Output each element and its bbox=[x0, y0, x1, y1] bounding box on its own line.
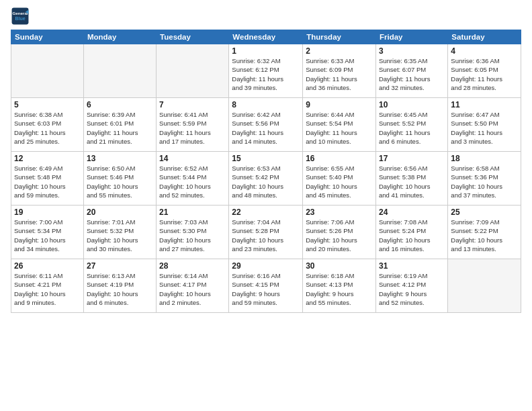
day-number: 18 bbox=[451, 154, 518, 163]
calendar-day-2: 2Sunrise: 6:33 AM Sunset: 6:09 PM Daylig… bbox=[303, 44, 376, 98]
calendar-day-10: 10Sunrise: 6:45 AM Sunset: 5:52 PM Dayli… bbox=[375, 98, 447, 152]
day-info: Sunrise: 6:44 AM Sunset: 5:54 PM Dayligh… bbox=[306, 110, 373, 146]
day-info: Sunrise: 6:55 AM Sunset: 5:40 PM Dayligh… bbox=[306, 164, 373, 199]
calendar-day-20: 20Sunrise: 7:01 AM Sunset: 5:32 PM Dayli… bbox=[83, 205, 156, 259]
day-info: Sunrise: 7:01 AM Sunset: 5:32 PM Dayligh… bbox=[87, 218, 153, 253]
day-number: 6 bbox=[87, 100, 153, 109]
calendar-day-empty bbox=[11, 44, 84, 98]
weekday-header-thursday: Thursday bbox=[303, 30, 376, 44]
day-info: Sunrise: 6:52 AM Sunset: 5:44 PM Dayligh… bbox=[159, 164, 226, 199]
logo: General Blue bbox=[11, 7, 32, 26]
day-number: 5 bbox=[14, 100, 81, 109]
calendar-week-row: 1Sunrise: 6:32 AM Sunset: 6:12 PM Daylig… bbox=[11, 44, 521, 98]
day-number: 2 bbox=[306, 46, 373, 56]
day-number: 25 bbox=[451, 208, 518, 217]
calendar-day-29: 29Sunrise: 6:16 AM Sunset: 4:15 PM Dayli… bbox=[229, 259, 303, 313]
day-info: Sunrise: 6:45 AM Sunset: 5:52 PM Dayligh… bbox=[379, 110, 445, 146]
day-info: Sunrise: 7:06 AM Sunset: 5:26 PM Dayligh… bbox=[306, 218, 373, 253]
day-info: Sunrise: 6:56 AM Sunset: 5:38 PM Dayligh… bbox=[379, 164, 445, 199]
weekday-header-row: SundayMondayTuesdayWednesdayThursdayFrid… bbox=[11, 30, 521, 44]
day-number: 27 bbox=[87, 261, 153, 271]
day-info: Sunrise: 6:11 AM Sunset: 4:21 PM Dayligh… bbox=[14, 271, 81, 307]
calendar-day-28: 28Sunrise: 6:14 AM Sunset: 4:17 PM Dayli… bbox=[157, 259, 229, 313]
day-info: Sunrise: 6:32 AM Sunset: 6:12 PM Dayligh… bbox=[232, 56, 300, 92]
day-info: Sunrise: 7:09 AM Sunset: 5:22 PM Dayligh… bbox=[451, 218, 518, 253]
day-info: Sunrise: 7:00 AM Sunset: 5:34 PM Dayligh… bbox=[14, 218, 81, 253]
calendar-day-3: 3Sunrise: 6:35 AM Sunset: 6:07 PM Daylig… bbox=[375, 44, 447, 98]
day-info: Sunrise: 6:53 AM Sunset: 5:42 PM Dayligh… bbox=[232, 164, 300, 199]
calendar-day-21: 21Sunrise: 7:03 AM Sunset: 5:30 PM Dayli… bbox=[157, 205, 229, 259]
weekday-header-sunday: Sunday bbox=[11, 30, 84, 44]
day-info: Sunrise: 6:13 AM Sunset: 4:19 PM Dayligh… bbox=[87, 271, 153, 307]
calendar-day-22: 22Sunrise: 7:04 AM Sunset: 5:28 PM Dayli… bbox=[229, 205, 303, 259]
calendar-day-4: 4Sunrise: 6:36 AM Sunset: 6:05 PM Daylig… bbox=[448, 44, 521, 98]
day-info: Sunrise: 6:19 AM Sunset: 4:12 PM Dayligh… bbox=[379, 271, 445, 307]
day-info: Sunrise: 6:41 AM Sunset: 5:59 PM Dayligh… bbox=[159, 110, 226, 146]
svg-text:Blue: Blue bbox=[15, 16, 25, 21]
header: General Blue bbox=[11, 7, 521, 26]
day-number: 26 bbox=[14, 261, 81, 271]
day-number: 4 bbox=[451, 46, 518, 56]
day-info: Sunrise: 6:58 AM Sunset: 5:36 PM Dayligh… bbox=[451, 164, 518, 199]
day-info: Sunrise: 6:18 AM Sunset: 4:13 PM Dayligh… bbox=[306, 271, 373, 307]
day-number: 29 bbox=[232, 261, 300, 271]
day-number: 1 bbox=[232, 46, 300, 56]
calendar-week-row: 26Sunrise: 6:11 AM Sunset: 4:21 PM Dayli… bbox=[11, 259, 521, 313]
calendar-day-empty bbox=[448, 259, 521, 313]
calendar-day-1: 1Sunrise: 6:32 AM Sunset: 6:12 PM Daylig… bbox=[229, 44, 303, 98]
day-info: Sunrise: 6:49 AM Sunset: 5:48 PM Dayligh… bbox=[14, 164, 81, 199]
weekday-header-friday: Friday bbox=[375, 30, 447, 44]
day-number: 10 bbox=[379, 100, 445, 109]
day-number: 22 bbox=[232, 208, 300, 217]
calendar-day-9: 9Sunrise: 6:44 AM Sunset: 5:54 PM Daylig… bbox=[303, 98, 376, 152]
day-number: 17 bbox=[379, 154, 445, 163]
calendar-day-12: 12Sunrise: 6:49 AM Sunset: 5:48 PM Dayli… bbox=[11, 152, 84, 205]
day-info: Sunrise: 6:42 AM Sunset: 5:56 PM Dayligh… bbox=[232, 110, 300, 146]
day-number: 13 bbox=[87, 154, 153, 163]
day-number: 24 bbox=[379, 208, 445, 217]
calendar-day-26: 26Sunrise: 6:11 AM Sunset: 4:21 PM Dayli… bbox=[11, 259, 84, 313]
day-number: 23 bbox=[306, 208, 373, 217]
calendar-week-row: 19Sunrise: 7:00 AM Sunset: 5:34 PM Dayli… bbox=[11, 205, 521, 259]
calendar-day-17: 17Sunrise: 6:56 AM Sunset: 5:38 PM Dayli… bbox=[375, 152, 447, 205]
day-number: 7 bbox=[159, 100, 226, 109]
day-info: Sunrise: 7:03 AM Sunset: 5:30 PM Dayligh… bbox=[159, 218, 226, 253]
calendar-day-30: 30Sunrise: 6:18 AM Sunset: 4:13 PM Dayli… bbox=[303, 259, 376, 313]
day-info: Sunrise: 6:50 AM Sunset: 5:46 PM Dayligh… bbox=[87, 164, 153, 199]
calendar-table: SundayMondayTuesdayWednesdayThursdayFrid… bbox=[11, 30, 521, 313]
day-info: Sunrise: 7:04 AM Sunset: 5:28 PM Dayligh… bbox=[232, 218, 300, 253]
calendar-day-11: 11Sunrise: 6:47 AM Sunset: 5:50 PM Dayli… bbox=[448, 98, 521, 152]
day-number: 30 bbox=[306, 261, 373, 271]
day-number: 11 bbox=[451, 100, 518, 109]
day-info: Sunrise: 6:14 AM Sunset: 4:17 PM Dayligh… bbox=[159, 271, 226, 307]
day-number: 31 bbox=[379, 261, 445, 271]
day-number: 3 bbox=[379, 46, 445, 56]
calendar-week-row: 12Sunrise: 6:49 AM Sunset: 5:48 PM Dayli… bbox=[11, 152, 521, 205]
day-number: 16 bbox=[306, 154, 373, 163]
calendar-day-13: 13Sunrise: 6:50 AM Sunset: 5:46 PM Dayli… bbox=[83, 152, 156, 205]
day-info: Sunrise: 7:08 AM Sunset: 5:24 PM Dayligh… bbox=[379, 218, 445, 253]
calendar-day-empty bbox=[157, 44, 229, 98]
calendar-day-25: 25Sunrise: 7:09 AM Sunset: 5:22 PM Dayli… bbox=[448, 205, 521, 259]
day-number: 12 bbox=[14, 154, 81, 163]
day-info: Sunrise: 6:33 AM Sunset: 6:09 PM Dayligh… bbox=[306, 56, 373, 92]
day-info: Sunrise: 6:36 AM Sunset: 6:05 PM Dayligh… bbox=[451, 56, 518, 92]
day-number: 21 bbox=[159, 208, 226, 217]
calendar-day-24: 24Sunrise: 7:08 AM Sunset: 5:24 PM Dayli… bbox=[375, 205, 447, 259]
day-number: 15 bbox=[232, 154, 300, 163]
weekday-header-monday: Monday bbox=[83, 30, 156, 44]
day-info: Sunrise: 6:47 AM Sunset: 5:50 PM Dayligh… bbox=[451, 110, 518, 146]
calendar-day-8: 8Sunrise: 6:42 AM Sunset: 5:56 PM Daylig… bbox=[229, 98, 303, 152]
day-number: 8 bbox=[232, 100, 300, 109]
calendar-day-19: 19Sunrise: 7:00 AM Sunset: 5:34 PM Dayli… bbox=[11, 205, 84, 259]
calendar-day-6: 6Sunrise: 6:39 AM Sunset: 6:01 PM Daylig… bbox=[83, 98, 156, 152]
day-number: 9 bbox=[306, 100, 373, 109]
calendar-day-16: 16Sunrise: 6:55 AM Sunset: 5:40 PM Dayli… bbox=[303, 152, 376, 205]
calendar-week-row: 5Sunrise: 6:38 AM Sunset: 6:03 PM Daylig… bbox=[11, 98, 521, 152]
calendar-day-23: 23Sunrise: 7:06 AM Sunset: 5:26 PM Dayli… bbox=[303, 205, 376, 259]
weekday-header-tuesday: Tuesday bbox=[157, 30, 229, 44]
calendar-day-31: 31Sunrise: 6:19 AM Sunset: 4:12 PM Dayli… bbox=[375, 259, 447, 313]
weekday-header-wednesday: Wednesday bbox=[229, 30, 303, 44]
day-info: Sunrise: 6:35 AM Sunset: 6:07 PM Dayligh… bbox=[379, 56, 445, 92]
day-number: 14 bbox=[159, 154, 226, 163]
